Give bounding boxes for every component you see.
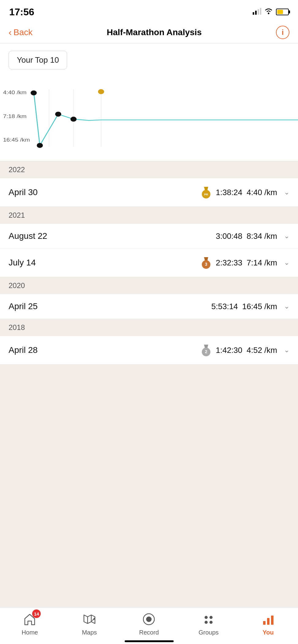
battery-icon <box>276 9 289 15</box>
info-icon: i <box>282 28 284 37</box>
svg-text:4:40 /km: 4:40 /km <box>3 90 27 95</box>
nav-item-you[interactable]: You <box>253 613 284 636</box>
activity-pace: 16:45 /km <box>242 302 277 311</box>
medal-gold-pr-icon: PR <box>201 186 212 199</box>
activity-date: April 25 <box>9 302 38 311</box>
badge: 14 <box>32 609 41 618</box>
chart-area: 4:40 /km 7:18 /km 16:45 /km <box>0 76 298 161</box>
status-bar: 17:56 <box>0 0 298 21</box>
medal-bronze-icon: 3 <box>201 256 212 269</box>
maps-icon <box>83 613 96 626</box>
activity-date: April 30 <box>9 187 38 197</box>
activity-time: 2:32:33 <box>216 258 243 268</box>
back-label: Back <box>13 28 32 37</box>
activity-list: 2022 April 30 PR 1:38:24 4:40 /km ⌄ 2021… <box>0 161 298 365</box>
you-label: You <box>263 629 274 636</box>
home-label: Home <box>22 629 38 636</box>
you-icon <box>262 613 275 626</box>
activity-date: April 28 <box>9 345 38 355</box>
activity-right: PR 1:38:24 4:40 /km ⌄ <box>201 186 289 199</box>
back-button[interactable]: ‹ Back <box>9 27 32 38</box>
year-header-2022: 2022 <box>0 161 298 178</box>
groups-icon <box>202 613 215 626</box>
nav-item-record[interactable]: Record <box>134 613 164 636</box>
back-chevron-icon: ‹ <box>9 27 12 38</box>
groups-icon-wrap <box>202 613 215 627</box>
activity-time: 5:53:14 <box>211 302 238 311</box>
wifi-icon <box>264 8 273 16</box>
chevron-down-icon: ⌄ <box>284 346 289 354</box>
svg-point-14 <box>37 143 43 148</box>
svg-text:PR: PR <box>204 193 208 196</box>
chevron-down-icon: ⌄ <box>284 188 289 196</box>
bottom-nav: 14 Home Maps Record <box>0 607 298 644</box>
activity-row[interactable]: April 28 2 1:42:30 4:52 /km ⌄ <box>0 336 298 365</box>
svg-point-33 <box>209 616 213 619</box>
svg-rect-1 <box>255 11 257 15</box>
year-header-2021: 2021 <box>0 207 298 224</box>
svg-text:2: 2 <box>205 349 207 354</box>
svg-text:3: 3 <box>205 262 207 267</box>
nav-item-home[interactable]: 14 Home <box>14 613 45 636</box>
activity-row[interactable]: August 22 3:00:48 8:34 /km ⌄ <box>0 224 298 249</box>
svg-point-31 <box>146 616 152 622</box>
chevron-down-icon: ⌄ <box>284 302 289 310</box>
svg-point-15 <box>31 91 37 95</box>
activity-right: 3 2:32:33 7:14 /km ⌄ <box>201 256 289 269</box>
medal-silver-icon: 2 <box>201 343 212 357</box>
chevron-down-icon: ⌄ <box>284 259 289 267</box>
svg-point-32 <box>205 616 208 619</box>
top10-button[interactable]: Your Top 10 <box>9 51 67 69</box>
groups-label: Groups <box>198 629 219 636</box>
activity-right: 3:00:48 8:34 /km ⌄ <box>216 231 289 241</box>
activity-pace: 8:34 /km <box>247 231 277 241</box>
status-time: 17:56 <box>9 6 34 18</box>
record-icon <box>142 613 156 626</box>
activity-pace: 4:52 /km <box>247 346 277 355</box>
svg-rect-0 <box>253 12 254 15</box>
chevron-down-icon: ⌄ <box>284 232 289 240</box>
nav-bar: ‹ Back Half-Marathon Analysis i <box>0 21 298 43</box>
svg-rect-36 <box>263 621 266 625</box>
activity-pace: 7:14 /km <box>247 258 277 268</box>
activity-time: 1:42:30 <box>216 346 243 355</box>
activity-row[interactable]: July 14 3 2:32:33 7:14 /km ⌄ <box>0 249 298 277</box>
activity-right: 5:53:14 16:45 /km ⌄ <box>211 302 289 311</box>
svg-text:7:18 /km: 7:18 /km <box>3 113 27 119</box>
page-title: Half-Marathon Analysis <box>107 28 202 37</box>
svg-point-35 <box>209 621 213 624</box>
nav-item-groups[interactable]: Groups <box>193 613 224 636</box>
signal-icon <box>253 8 261 16</box>
maps-icon-wrap <box>83 613 96 627</box>
activity-date: August 22 <box>9 231 47 241</box>
top10-container: Your Top 10 <box>0 43 298 76</box>
you-icon-wrap <box>262 613 275 627</box>
svg-rect-3 <box>260 8 261 15</box>
year-header-2018: 2018 <box>0 319 298 336</box>
activity-time: 1:38:24 <box>216 188 243 197</box>
chart-svg: 4:40 /km 7:18 /km 16:45 /km <box>0 82 298 152</box>
home-indicator <box>125 640 174 642</box>
record-label: Record <box>139 629 159 636</box>
svg-point-12 <box>70 117 77 122</box>
activity-right: 2 1:42:30 4:52 /km ⌄ <box>201 343 289 357</box>
svg-point-13 <box>55 112 61 117</box>
svg-text:16:45 /km: 16:45 /km <box>3 137 30 143</box>
svg-rect-38 <box>271 616 273 625</box>
activity-row[interactable]: April 25 5:53:14 16:45 /km ⌄ <box>0 294 298 319</box>
year-header-2020: 2020 <box>0 277 298 294</box>
svg-rect-37 <box>267 618 270 625</box>
nav-item-maps[interactable]: Maps <box>74 613 105 636</box>
home-icon-wrap: 14 <box>23 613 36 627</box>
activity-date: July 14 <box>9 258 36 268</box>
maps-label: Maps <box>82 629 97 636</box>
svg-point-34 <box>205 621 208 624</box>
activity-row[interactable]: April 30 PR 1:38:24 4:40 /km ⌄ <box>0 178 298 207</box>
status-icons <box>253 8 289 16</box>
svg-rect-2 <box>258 9 259 15</box>
info-button[interactable]: i <box>276 26 289 39</box>
activity-pace: 4:40 /km <box>247 188 277 197</box>
activity-time: 3:00:48 <box>216 231 243 241</box>
record-icon-wrap <box>142 613 156 627</box>
svg-point-11 <box>98 89 104 94</box>
